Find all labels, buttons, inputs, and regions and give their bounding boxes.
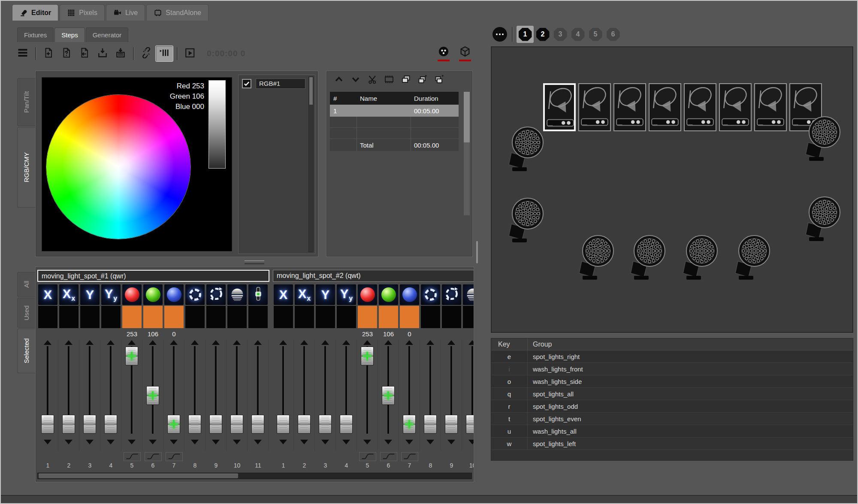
fader-thumb[interactable]	[188, 415, 201, 434]
color-wheel[interactable]	[46, 95, 190, 239]
view-3d-button[interactable]	[456, 45, 474, 61]
stage-spot-3[interactable]	[613, 83, 646, 131]
channel-value-cell[interactable]	[316, 306, 335, 328]
fader-thumb[interactable]	[319, 415, 332, 434]
fader-down-arrow[interactable]	[300, 440, 308, 444]
fader-down-arrow[interactable]	[44, 440, 51, 444]
fader-down-arrow[interactable]	[447, 440, 455, 444]
channel-value-cell[interactable]	[185, 306, 205, 328]
step-row[interactable]: 100:05.00	[330, 105, 459, 117]
cut-button[interactable]	[366, 74, 379, 86]
channel-icon-cell[interactable]	[248, 284, 268, 305]
fader-down-arrow[interactable]	[65, 440, 73, 444]
fader-thumb[interactable]	[41, 415, 54, 434]
group-row[interactable]: iwash_lights_front	[491, 363, 853, 375]
channel-value-cell[interactable]	[38, 306, 57, 328]
channel-value-cell[interactable]	[206, 306, 226, 328]
channel-icon-cell[interactable]	[463, 284, 474, 305]
channel-fader[interactable]	[121, 339, 142, 451]
fader-scroll-thumb[interactable]	[39, 474, 238, 478]
channel-fader[interactable]	[273, 339, 294, 451]
channel-fader[interactable]	[378, 339, 399, 451]
channel-fader[interactable]	[420, 339, 441, 451]
fader-thumb[interactable]	[125, 347, 138, 365]
stage-spot-7[interactable]	[754, 83, 787, 131]
fader-down-arrow[interactable]	[363, 440, 371, 444]
channel-fader[interactable]	[441, 339, 462, 451]
channel-fader[interactable]	[336, 339, 357, 451]
fader-down-arrow[interactable]	[279, 440, 287, 444]
scene-more-button[interactable]	[492, 27, 507, 42]
fader-up-arrow[interactable]	[86, 340, 94, 345]
channel-icon-cell[interactable]	[379, 284, 398, 305]
channel-value-cell[interactable]	[337, 306, 356, 328]
channel-icon-cell[interactable]	[122, 284, 142, 305]
fader-down-arrow[interactable]	[426, 440, 434, 444]
move-down-button[interactable]	[349, 74, 362, 86]
channel-icon-cell[interactable]	[164, 284, 184, 305]
fader-up-arrow[interactable]	[384, 340, 392, 345]
preset-item[interactable]: RGB#1	[242, 78, 305, 89]
save-as-button[interactable]	[112, 45, 130, 62]
fader-up-arrow[interactable]	[254, 340, 262, 345]
tab-live[interactable]: Live	[106, 4, 145, 21]
channel-icon-cell[interactable]: Y	[316, 284, 335, 305]
faders-view-button[interactable]	[155, 45, 173, 62]
fader-tab-used[interactable]: Used	[17, 298, 35, 328]
channel-value-cell[interactable]	[164, 306, 184, 328]
preset-scroll-thumb[interactable]	[309, 77, 313, 105]
stage-wash-5[interactable]	[579, 234, 615, 281]
fader-up-arrow[interactable]	[149, 340, 157, 345]
fader-up-arrow[interactable]	[447, 340, 455, 345]
channel-icon-cell[interactable]: Xx	[59, 284, 79, 305]
scene-button-5[interactable]: 5	[589, 28, 602, 41]
channel-value-cell[interactable]	[421, 306, 440, 328]
channel-icon-cell[interactable]	[421, 284, 440, 305]
horizontal-splitter[interactable]	[35, 259, 474, 264]
palette-tab-rgbcmy[interactable]: RGB/CMY	[17, 127, 35, 208]
fader-thumb[interactable]	[466, 415, 474, 434]
vertical-splitter[interactable]	[475, 23, 479, 494]
preset-checkbox[interactable]	[242, 79, 251, 88]
scene-button-6[interactable]: 6	[607, 28, 620, 41]
group-row[interactable]: tspot_lights_even	[491, 413, 853, 425]
fader-down-arrow[interactable]	[233, 440, 241, 444]
fader-up-arrow[interactable]	[191, 340, 199, 345]
fader-down-arrow[interactable]	[170, 440, 178, 444]
fader-thumb[interactable]	[209, 415, 222, 434]
channel-fader[interactable]	[248, 339, 269, 451]
channel-icon-cell[interactable]: Yy	[337, 284, 356, 305]
group-row[interactable]: owash_lights_side	[491, 375, 853, 388]
channel-fader[interactable]	[205, 339, 227, 451]
stage-spot-1[interactable]	[543, 83, 576, 131]
steps-scrollbar[interactable]	[464, 92, 470, 215]
stage-wash-1[interactable]	[509, 125, 545, 172]
move-up-button[interactable]	[332, 74, 345, 86]
fader-up-arrow[interactable]	[212, 340, 220, 345]
tab-standalone[interactable]: StandAlone	[146, 4, 208, 21]
channel-value-cell[interactable]	[248, 306, 268, 328]
fader-up-arrow[interactable]	[107, 340, 115, 345]
tab-fixtures[interactable]: Fixtures	[17, 27, 54, 42]
channel-value-cell[interactable]	[59, 306, 79, 328]
fader-up-arrow[interactable]	[170, 340, 178, 345]
fader-thumb[interactable]	[277, 415, 290, 434]
brightness-bar[interactable]	[208, 80, 226, 169]
fader-down-arrow[interactable]	[254, 440, 262, 444]
stage-spot-4[interactable]	[649, 83, 681, 131]
tab-editor[interactable]: Editor	[12, 4, 58, 21]
new-scene-button[interactable]	[39, 45, 57, 62]
scene-button-2[interactable]: 2	[536, 28, 550, 41]
fade-curve-button[interactable]	[145, 452, 162, 461]
fader-up-arrow[interactable]	[128, 340, 136, 345]
channel-icon-cell[interactable]	[143, 284, 163, 305]
menu-button[interactable]	[14, 45, 32, 62]
fader-down-arrow[interactable]	[405, 440, 413, 444]
paste-merge-button[interactable]	[433, 74, 446, 86]
channel-fader[interactable]	[142, 339, 163, 451]
fader-down-arrow[interactable]	[107, 440, 115, 444]
fader-thumb[interactable]	[361, 347, 374, 365]
group-row[interactable]: espot_lights_right	[491, 350, 853, 363]
fader-up-arrow[interactable]	[300, 340, 308, 345]
fixture-bank-title[interactable]: moving_light_spot_#2 (qwt)	[273, 270, 474, 282]
